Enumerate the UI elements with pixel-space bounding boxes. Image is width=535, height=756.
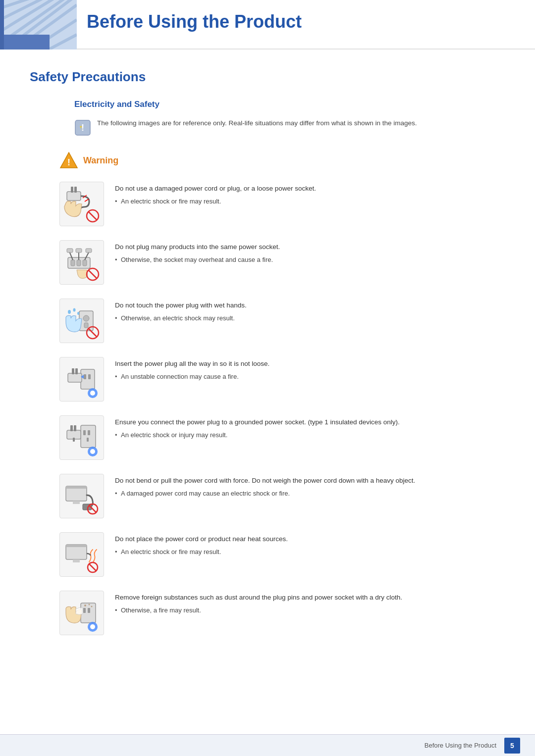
note-icon: !	[74, 119, 91, 136]
svg-point-38	[73, 308, 76, 312]
svg-rect-23	[71, 260, 75, 266]
svg-rect-25	[83, 260, 87, 266]
note-text: The following images are for reference o…	[97, 118, 417, 128]
svg-point-77	[91, 606, 93, 607]
warning-item-text-6: Do not bend or pull the power cord with …	[115, 474, 505, 499]
svg-point-79	[90, 624, 95, 629]
svg-point-35	[83, 315, 89, 321]
warning-item: Ensure you connect the power plug to a g…	[59, 415, 505, 460]
svg-point-76	[89, 604, 90, 605]
svg-rect-58	[73, 438, 75, 442]
svg-rect-52	[83, 430, 86, 435]
page-footer: Before Using the Product 5	[0, 734, 535, 756]
svg-rect-15	[67, 192, 81, 201]
main-content: Safety Precautions Electricity and Safet…	[0, 50, 535, 689]
warning-triangle-icon: !	[59, 151, 78, 170]
warning-item: Do not bend or pull the power cord with …	[59, 474, 505, 518]
svg-point-60	[90, 449, 95, 454]
svg-rect-43	[84, 374, 86, 379]
svg-rect-73	[83, 608, 86, 613]
svg-rect-63	[73, 501, 80, 504]
warning-header: ! Warning	[59, 151, 505, 170]
warning-item-icon-7	[59, 532, 104, 577]
section-title: Safety Precautions	[30, 69, 505, 85]
warning-item-icon-8	[59, 591, 104, 635]
warning-item-icon-5	[59, 415, 104, 460]
warning-item-text-5: Ensure you connect the power plug to a g…	[115, 415, 505, 440]
svg-rect-36	[84, 323, 88, 328]
header-decoration	[0, 0, 77, 50]
warning-item-text-1: Do not use a damaged power cord or plug,…	[115, 182, 505, 206]
svg-rect-51	[81, 425, 96, 448]
svg-line-21	[89, 212, 97, 220]
warning-item-icon-2	[59, 240, 104, 285]
svg-rect-46	[72, 368, 74, 374]
svg-rect-74	[88, 608, 90, 613]
warning-item: Do not use a damaged power cord or plug,…	[59, 182, 505, 226]
footer-text: Before Using the Product	[425, 742, 496, 749]
note-block: ! The following images are for reference…	[74, 118, 505, 136]
page-number: 5	[504, 738, 520, 754]
svg-rect-68	[66, 545, 87, 547]
svg-rect-30	[76, 249, 82, 252]
svg-rect-56	[70, 425, 73, 431]
warning-items-list: Do not use a damaged power cord or plug,…	[30, 182, 505, 635]
svg-rect-44	[88, 374, 91, 379]
svg-rect-31	[86, 249, 92, 252]
page-header: Before Using the Product	[0, 0, 535, 50]
svg-rect-24	[77, 260, 81, 266]
warning-item-text-3: Do not touch the power plug with wet han…	[115, 299, 505, 323]
svg-rect-69	[73, 559, 80, 562]
warning-item: Remove foreign substances such as dust a…	[59, 591, 505, 635]
svg-point-50	[90, 391, 95, 396]
page-title: Before Using the Product	[87, 11, 302, 32]
svg-rect-47	[75, 368, 78, 374]
warning-item-text-8: Remove foreign substances such as dust a…	[115, 591, 505, 615]
warning-item-text-4: Insert the power plug all the way in so …	[115, 357, 505, 382]
warning-label: Warning	[83, 155, 118, 166]
warning-item-text-2: Do not plug many products into the same …	[115, 240, 505, 265]
svg-rect-17	[74, 187, 77, 193]
svg-point-75	[84, 605, 86, 606]
warning-item-text-7: Do not place the power cord or product n…	[115, 532, 505, 557]
warning-item-icon-4	[59, 357, 104, 402]
warning-item: Insert the power plug all the way in so …	[59, 357, 505, 402]
svg-rect-57	[74, 425, 76, 431]
svg-point-39	[77, 312, 79, 315]
svg-rect-42	[81, 369, 95, 389]
svg-line-19	[85, 199, 89, 202]
svg-rect-29	[67, 249, 73, 252]
svg-line-33	[89, 270, 97, 278]
svg-rect-54	[87, 438, 89, 442]
svg-point-37	[68, 310, 71, 314]
svg-text:!: !	[81, 123, 84, 133]
warning-item-icon-1	[59, 182, 104, 226]
warning-item: Do not plug many products into the same …	[59, 240, 505, 285]
svg-text:!: !	[67, 157, 70, 167]
svg-rect-62	[66, 486, 87, 489]
warning-item: Do not touch the power plug with wet han…	[59, 299, 505, 343]
warning-item: Do not place the power cord or product n…	[59, 532, 505, 577]
warning-item-icon-6	[59, 474, 104, 518]
svg-rect-16	[71, 187, 73, 193]
svg-rect-45	[68, 373, 82, 382]
svg-rect-9	[0, 35, 50, 50]
warning-item-icon-3	[59, 299, 104, 343]
svg-rect-10	[0, 0, 4, 50]
svg-rect-53	[88, 430, 90, 435]
svg-line-71	[89, 564, 96, 571]
subsection-title: Electricity and Safety	[74, 100, 505, 109]
